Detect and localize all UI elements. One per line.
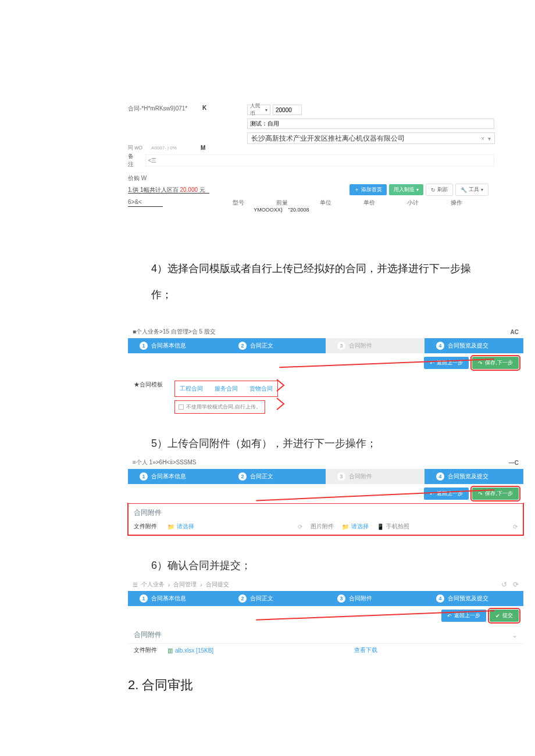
checkbox-icon: [179, 404, 184, 410]
amount-input[interactable]: [273, 105, 302, 115]
instruction-6: 6）确认合同并提交；: [151, 558, 488, 572]
prev-button[interactable]: ↶ 返回上一步: [441, 610, 486, 622]
breadcrumb: ≡个人 1»>6H<ii>SSSMS: [133, 458, 197, 467]
k-label: K: [202, 105, 206, 111]
reply-icon: ↶: [447, 613, 452, 619]
note-input[interactable]: [145, 155, 494, 166]
submit-button[interactable]: ✔ 提交: [490, 610, 519, 622]
step6-screenshot: ☰ 个人业务 › 合同管理 › 合同提交 ↺ ⟳ 1合同基本信息 2合同正文 3…: [128, 578, 523, 659]
test-input[interactable]: [247, 119, 494, 129]
reload-icon[interactable]: ⟳: [513, 581, 519, 589]
choose-file-link[interactable]: 📁 请选择: [167, 522, 194, 531]
import-table-button[interactable]: 用入制造 ▾: [389, 184, 423, 195]
currency-select[interactable]: 人民币 ▾: [247, 105, 270, 115]
file-link[interactable]: ▥ alb.xlsx [15KB]: [167, 647, 213, 654]
chevron-down-icon: ▾: [265, 108, 268, 113]
bc-right-label: —C: [509, 460, 519, 466]
red-arrow-icon: [274, 375, 298, 415]
attachment-heading: 合同附件: [128, 503, 523, 520]
add-goods-button[interactable]: ＋ 添加首页: [349, 184, 387, 195]
breadcrumb: ■个人业务>15 自管理>合 5 股交: [133, 328, 216, 336]
step-2[interactable]: 2合同正文: [227, 469, 326, 484]
chevron-down-icon[interactable]: ▾: [488, 135, 491, 142]
share-icon: ↷: [478, 360, 483, 366]
tpl-engineering[interactable]: 工程合同: [180, 385, 203, 393]
upload-icon[interactable]: ⟳: [298, 524, 302, 530]
step-3[interactable]: 3合同附件: [326, 469, 425, 484]
contract-code-label: 合同-*H*mRKsw9)071*: [128, 105, 187, 113]
back-icon[interactable]: ↺: [501, 581, 507, 589]
step-3[interactable]: 3合同附件: [326, 591, 425, 606]
step-4[interactable]: 4合同预览及提交: [425, 469, 523, 484]
file-xls-icon: ▥: [167, 647, 173, 654]
table-header-rule: [128, 193, 209, 194]
menu-icon[interactable]: ☰: [133, 582, 138, 588]
collapse-icon[interactable]: ⌄: [512, 631, 518, 639]
check-icon: ✔: [495, 613, 500, 619]
download-link[interactable]: 查看下载: [354, 646, 377, 654]
currency-value: 人民币: [250, 102, 265, 117]
step-1[interactable]: 1合同基本信息: [128, 338, 227, 353]
plus-icon: ＋: [354, 186, 359, 194]
phone-icon: 📱: [377, 524, 384, 530]
bc-2[interactable]: 合同管理: [173, 581, 197, 589]
share-icon: ↷: [478, 491, 483, 497]
step-4[interactable]: 4合同预览及提交: [425, 338, 523, 353]
save-next-button[interactable]: ↷ 保存,下一步: [472, 357, 519, 369]
file-attach-label: 文件附件: [134, 646, 157, 654]
chevron-down-icon: ▾: [481, 187, 483, 192]
tool-button[interactable]: 🔧 工具 ▾: [455, 184, 488, 196]
refresh-button[interactable]: ↻ 刷新: [426, 184, 453, 196]
seller-select[interactable]: 长沙高新技术产业开发区推社离心机仪器有限公司 × ▾: [247, 132, 495, 144]
bc-1[interactable]: 个人业务: [141, 581, 165, 589]
tpl-goods[interactable]: 货物合同: [249, 385, 273, 393]
mid-lbl3: M: [201, 145, 241, 151]
tpl-service[interactable]: 服务合同: [215, 385, 238, 393]
folder-icon: 📁: [342, 524, 349, 530]
file-attach-label: 文件附件: [134, 522, 157, 531]
note-label: 备注: [128, 152, 140, 169]
contract-form-screenshot: 合同-*H*mRKsw9)071* K 人民币 ▾ 长沙高新技术产业开发区推社离: [47, 70, 488, 232]
bc-3: 合同提交: [206, 581, 229, 589]
self-upload-checkbox[interactable]: 不使用学校模式合同,自行上传。: [174, 400, 265, 414]
mid-lbl1: 同 wO: [128, 144, 151, 152]
template-label: ★合同模板: [134, 381, 174, 389]
step-4[interactable]: 4合同预览及提交: [425, 591, 523, 606]
step-1[interactable]: 1合同基本信息: [128, 591, 227, 606]
instruction-5: 5）上传合同附件（如有），并进行下一步操作；: [151, 436, 488, 450]
table-subrow: YMOOOXX) "20.0008: [128, 207, 494, 213]
clear-icon[interactable]: ×: [481, 135, 484, 142]
mid-lbl2: A0007- | 0%: [151, 145, 201, 151]
phone-shot-link[interactable]: 📱 手机拍照: [377, 522, 409, 531]
bc-right-label: AC: [511, 329, 519, 335]
step-2[interactable]: 2合同正文: [227, 591, 326, 606]
refresh-icon[interactable]: ⟳: [513, 524, 518, 530]
prev-button[interactable]: ↶ 返回上一步: [424, 357, 469, 369]
template-options: 工程合同 服务合同 货物合同: [174, 381, 278, 397]
step4-screenshot: ■个人业务>15 自管理>合 5 股交 AC 1合同基本信息 2合同正文 3合同…: [128, 325, 523, 425]
step-2[interactable]: 2合同正文: [227, 338, 326, 353]
choose-image-link[interactable]: 📁 请选择: [342, 522, 369, 531]
seller-name: 长沙高新技术产业开发区推社离心机仪器有限公司: [251, 134, 405, 144]
reply-icon: ↶: [430, 491, 434, 497]
refresh-icon: ↻: [431, 187, 436, 193]
prev-button[interactable]: ↶ 返回上一步: [424, 488, 469, 500]
section-heading-2: 2. 合同审批: [128, 676, 488, 694]
save-next-button[interactable]: ↷ 保存,下一步: [472, 488, 519, 500]
table-header: 6>&< 型号 前量 单位 单价 小计 操作: [128, 199, 494, 207]
reply-icon: ↶: [430, 360, 434, 366]
attachment-heading: 合同附件: [134, 628, 162, 642]
step-3[interactable]: 3合同附件: [326, 338, 425, 353]
img-attach-label: 图片附件: [311, 522, 334, 531]
instruction-4: 4）选择合同模版或者自行上传已经拟好的合同，并选择进行下一步操作；: [151, 256, 488, 308]
step-1[interactable]: 1合同基本信息: [128, 469, 227, 484]
folder-icon: 📁: [167, 524, 174, 530]
step5-screenshot: ≡个人 1»>6H<ii>SSSMS —C 1合同基本信息 2合同正文 3合同附…: [128, 456, 523, 535]
chevron-down-icon: ▾: [416, 187, 419, 192]
wrench-icon: 🔧: [461, 187, 467, 193]
supply-title: 价购 W: [128, 174, 147, 182]
